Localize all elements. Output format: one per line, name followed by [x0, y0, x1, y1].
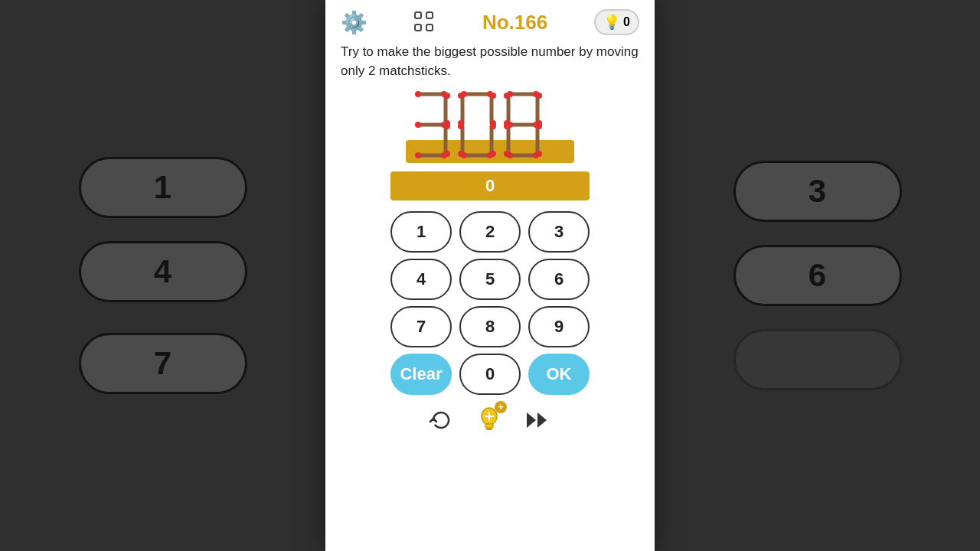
bg-pill-1: 1	[79, 157, 247, 218]
svg-point-47	[504, 93, 510, 99]
key-5[interactable]: 5	[459, 259, 521, 300]
svg-point-30	[458, 123, 464, 129]
key-1[interactable]: 1	[390, 211, 452, 253]
clear-button[interactable]: Clear	[390, 354, 452, 395]
bulb-icon: 💡	[603, 14, 620, 31]
bg-pill-7: 7	[79, 333, 247, 394]
keypad-row-3: 7 8 9	[390, 306, 590, 347]
svg-point-48	[536, 93, 542, 99]
restart-button[interactable]	[429, 408, 453, 432]
bg-pill-3: 3	[733, 161, 902, 222]
matchstick-display	[341, 88, 639, 168]
skip-button[interactable]	[525, 409, 551, 431]
ok-button[interactable]: OK	[528, 354, 590, 395]
keypad-row-2: 4 5 6	[390, 259, 590, 300]
keypad-row-1: 1 2 3	[390, 211, 590, 253]
key-6[interactable]: 6	[528, 259, 590, 300]
key-3[interactable]: 3	[528, 211, 590, 253]
background-right: 3 6	[655, 0, 980, 551]
key-0[interactable]: 0	[459, 354, 521, 395]
svg-marker-60	[527, 412, 536, 428]
svg-rect-57	[486, 428, 492, 430]
svg-point-6	[415, 91, 421, 97]
key-7[interactable]: 7	[390, 306, 452, 347]
svg-point-52	[536, 123, 542, 129]
instruction-text: Try to make the biggest possible number …	[341, 43, 639, 80]
hint-plus-icon: +	[495, 401, 507, 413]
key-9[interactable]: 9	[528, 306, 590, 347]
svg-point-53	[504, 151, 510, 157]
svg-point-28	[490, 93, 496, 99]
svg-point-54	[536, 151, 542, 157]
svg-point-32	[490, 123, 496, 129]
matchstick-svg	[398, 88, 582, 168]
key-4[interactable]: 4	[390, 259, 452, 300]
background-left: 1 4 7	[0, 0, 325, 551]
hint-badge[interactable]: 💡 0	[594, 9, 639, 35]
svg-point-10	[415, 152, 421, 158]
svg-point-14	[444, 123, 450, 129]
key-8[interactable]: 8	[459, 306, 521, 347]
svg-point-15	[444, 151, 450, 157]
settings-icon[interactable]: ⚙️	[341, 10, 368, 35]
svg-point-26	[458, 93, 464, 99]
skip-icon	[525, 409, 551, 431]
svg-point-8	[415, 122, 421, 128]
restart-icon	[429, 408, 453, 432]
svg-point-31	[458, 151, 464, 157]
svg-point-33	[490, 151, 496, 157]
key-2[interactable]: 2	[459, 211, 521, 253]
svg-marker-61	[537, 412, 547, 428]
menu-grid-icon[interactable]	[414, 11, 436, 33]
keypad-row-4: Clear 0 OK	[390, 354, 590, 395]
bg-pill-empty	[733, 329, 902, 390]
svg-point-12	[444, 93, 450, 99]
svg-point-51	[504, 123, 510, 129]
answer-value: 0	[485, 176, 495, 196]
svg-rect-56	[485, 424, 493, 428]
hint-button[interactable]: +	[476, 406, 502, 435]
bg-pill-6: 6	[733, 245, 902, 306]
center-panel: ⚙️ No.166 💡 0 Try to make the biggest po…	[325, 0, 655, 551]
bg-pill-4: 4	[79, 241, 247, 302]
keypad: 1 2 3 4 5 6 7 8 9 Clear 0 OK	[341, 211, 639, 395]
answer-display: 0	[390, 171, 590, 201]
level-title: No.166	[482, 11, 547, 34]
hint-count: 0	[623, 15, 630, 29]
bottom-icons: +	[429, 406, 551, 435]
header: ⚙️ No.166 💡 0	[341, 9, 639, 35]
